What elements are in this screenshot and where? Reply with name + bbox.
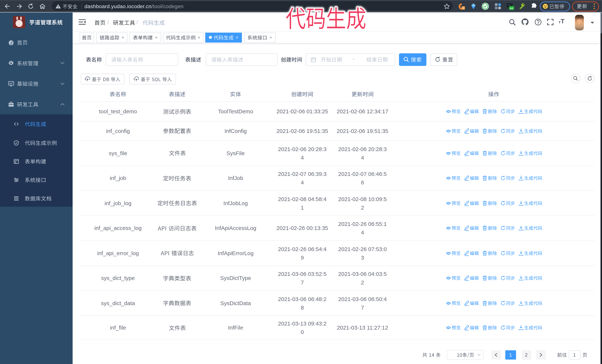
svg-text:1: 1: [462, 6, 464, 10]
svg-text:on: on: [510, 7, 513, 10]
